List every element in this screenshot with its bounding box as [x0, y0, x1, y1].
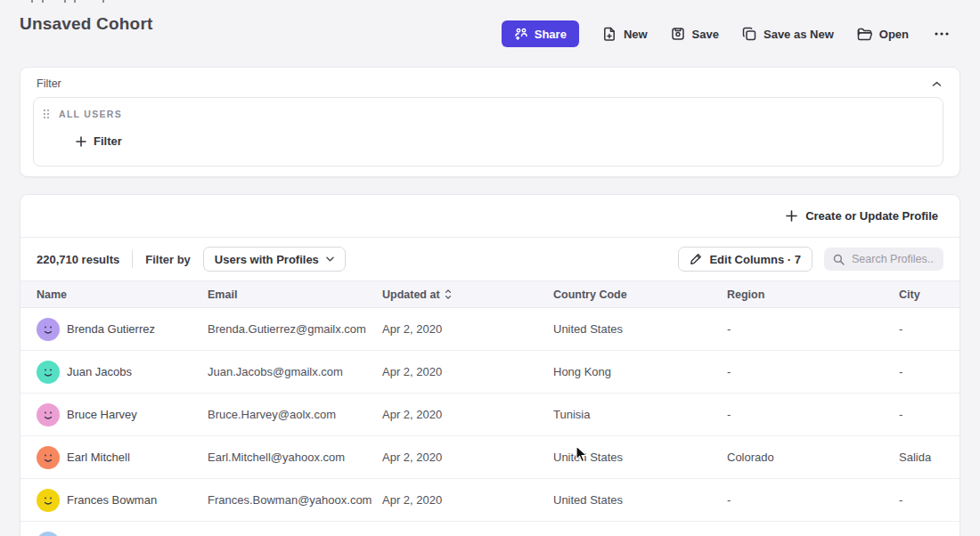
mouse-cursor — [576, 445, 589, 464]
results-panel: Create or Update Profile 220,710 results… — [20, 194, 960, 536]
create-or-update-profile-button[interactable]: Create or Update Profile — [786, 209, 938, 223]
divider — [132, 250, 133, 268]
avatar — [37, 489, 60, 512]
table-row-partial[interactable] — [20, 522, 960, 536]
collapse-filter-button[interactable] — [930, 79, 943, 89]
filter-panel-title: Filter — [37, 77, 61, 90]
table-row[interactable]: Juan Jacobs Juan.Jacobs@gmailx.com Apr 2… — [20, 351, 960, 394]
ellipsis-icon — [934, 31, 950, 37]
profile-country-code: United States — [553, 493, 727, 507]
add-filter-label: Filter — [94, 134, 122, 148]
plus-icon — [786, 210, 797, 222]
column-header-country-code[interactable]: Country Code — [553, 288, 727, 301]
filter-panel: Filter ALL USERS — [20, 67, 960, 177]
profile-region: - — [727, 493, 899, 507]
profiles-filter-dropdown-value: Users with Profiles — [215, 253, 319, 266]
open-button[interactable]: Open — [857, 28, 909, 41]
action-bar: Share New Save Save as New — [502, 20, 951, 47]
create-or-update-profile-label: Create or Update Profile — [805, 209, 938, 223]
profile-name: Bruce Harvey — [67, 408, 137, 421]
profile-updated-at: Apr 2, 2020 — [382, 365, 553, 378]
search-profiles-box[interactable] — [824, 248, 943, 271]
profile-region: - — [727, 322, 899, 336]
profile-name: Juan Jacobs — [67, 365, 132, 378]
column-header-updated-at[interactable]: Updated at — [382, 288, 553, 301]
filter-by-label: Filter by — [145, 253, 191, 266]
pencil-icon — [690, 253, 702, 265]
avatar — [37, 532, 60, 536]
profile-email: Earl.Mitchell@yahoox.com — [208, 451, 382, 464]
edit-columns-label: Edit Columns · 7 — [709, 253, 801, 266]
profile-city: - — [899, 322, 960, 336]
profile-email: Frances.Bowman@yahoox.com — [208, 493, 382, 507]
table-toolbar: 220,710 results Filter by Users with Pro… — [20, 238, 960, 280]
chevron-down-icon — [326, 256, 334, 262]
save-button-label: Save — [692, 28, 719, 41]
table-body: Brenda Gutierrez Brenda.Gutierrez@gmailx… — [20, 308, 960, 522]
search-icon — [833, 254, 845, 265]
profile-region: - — [727, 365, 899, 378]
profile-city: - — [899, 408, 960, 421]
table-row[interactable]: Brenda Gutierrez Brenda.Gutierrez@gmailx… — [20, 308, 960, 351]
profile-email: Brenda.Gutierrez@gmailx.com — [208, 322, 382, 336]
profile-city: Salida — [899, 451, 960, 464]
column-header-name[interactable]: Name — [37, 288, 208, 301]
chevron-up-icon — [932, 81, 942, 87]
avatar — [37, 403, 60, 426]
add-filter-button[interactable]: Filter — [76, 134, 122, 148]
profile-updated-at: Apr 2, 2020 — [382, 408, 553, 421]
search-profiles-input[interactable] — [852, 253, 935, 265]
save-button[interactable]: Save — [671, 27, 719, 41]
profile-name: Earl Mitchell — [67, 451, 130, 464]
table-row[interactable]: Earl Mitchell Earl.Mitchell@yahoox.com A… — [20, 436, 960, 479]
profile-country-code: Hong Kong — [553, 365, 727, 378]
table-header-row: Name Email Updated at Country Code Regio… — [20, 280, 960, 308]
all-users-label: ALL USERS — [59, 109, 122, 119]
profile-country-code: United States — [553, 322, 727, 336]
profile-name: Frances Bowman — [67, 493, 157, 507]
share-button-label: Share — [535, 28, 567, 41]
avatar — [37, 446, 60, 469]
column-header-region[interactable]: Region — [727, 288, 899, 301]
share-users-icon — [514, 28, 528, 40]
profile-region: Colorado — [727, 451, 899, 464]
profile-updated-at: Apr 2, 2020 — [382, 493, 553, 507]
new-button[interactable]: New — [602, 27, 648, 42]
drag-handle-icon[interactable] — [43, 109, 50, 119]
edit-columns-button[interactable]: Edit Columns · 7 — [678, 247, 813, 272]
results-count: 220,710 results — [37, 253, 119, 266]
profile-updated-at: Apr 2, 2020 — [382, 322, 553, 336]
table-row[interactable]: Bruce Harvey Bruce.Harvey@aolx.com Apr 2… — [20, 394, 960, 436]
more-options-button[interactable] — [932, 29, 951, 38]
profiles-filter-dropdown[interactable]: Users with Profiles — [203, 247, 346, 272]
profile-name: Brenda Gutierrez — [67, 322, 155, 336]
column-header-city[interactable]: City — [899, 288, 960, 301]
profile-country-code: Tunisia — [553, 408, 727, 421]
plus-icon — [76, 136, 86, 147]
new-file-icon — [602, 27, 617, 42]
folder-icon — [857, 28, 872, 41]
sort-icon — [445, 289, 452, 299]
filter-group: ALL USERS Filter — [33, 97, 943, 166]
profile-email: Bruce.Harvey@aolx.com — [208, 408, 382, 421]
page-title: Unsaved Cohort — [20, 14, 153, 34]
column-header-email[interactable]: Email — [208, 288, 382, 301]
profile-city: - — [899, 365, 960, 378]
profile-city: - — [899, 493, 960, 507]
copy-icon — [742, 27, 756, 41]
avatar — [37, 361, 60, 384]
new-button-label: New — [624, 28, 648, 41]
open-button-label: Open — [879, 28, 909, 41]
profile-updated-at: Apr 2, 2020 — [382, 451, 553, 464]
save-icon — [671, 27, 685, 41]
save-as-new-button[interactable]: Save as New — [742, 27, 834, 41]
save-as-new-button-label: Save as New — [764, 28, 834, 41]
table-row[interactable]: Frances Bowman Frances.Bowman@yahoox.com… — [20, 479, 960, 522]
share-button[interactable]: Share — [502, 20, 579, 47]
profile-region: - — [727, 408, 899, 421]
profile-email: Juan.Jacobs@gmailx.com — [208, 365, 382, 378]
avatar — [37, 318, 60, 341]
